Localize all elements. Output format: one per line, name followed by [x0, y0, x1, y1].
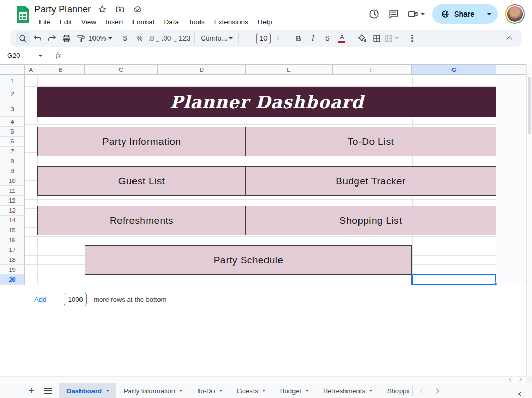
tab-guests[interactable]: Guests — [230, 383, 273, 398]
row-header[interactable]: 6 — [0, 137, 25, 147]
format-percent-button[interactable]: % — [132, 32, 147, 45]
vertical-scrollbar-thumb[interactable] — [528, 77, 531, 134]
tab-party-information[interactable]: Party Information — [116, 383, 190, 398]
menu-help[interactable]: Help — [253, 17, 277, 27]
row-header[interactable]: 15 — [0, 225, 25, 235]
column-header-e[interactable]: E — [246, 65, 332, 74]
column-header-b[interactable]: B — [37, 65, 85, 74]
share-dropdown[interactable] — [481, 4, 498, 24]
add-rows-button[interactable]: Add — [34, 296, 46, 303]
tab-caret-icon[interactable] — [106, 390, 109, 392]
increase-font-size-button[interactable]: + — [271, 32, 285, 45]
redo-button[interactable] — [45, 32, 59, 45]
tab-caret-icon[interactable] — [369, 390, 373, 392]
column-header-c[interactable]: C — [85, 65, 158, 74]
more-toolbar-button[interactable] — [405, 32, 419, 45]
tab-refreshments[interactable]: Refreshments — [316, 383, 380, 398]
scroll-right-icon[interactable] — [517, 378, 522, 382]
row-header[interactable]: 7 — [0, 147, 25, 156]
row-header[interactable]: 1 — [0, 75, 25, 87]
row-header[interactable]: 10 — [0, 176, 25, 186]
add-sheet-button[interactable]: + — [25, 385, 37, 396]
menu-data[interactable]: Data — [159, 17, 184, 27]
tab-dashboard[interactable]: Dashboard — [59, 383, 116, 398]
tile-budget-tracker[interactable]: Budget Tracker — [245, 166, 496, 196]
print-button[interactable] — [59, 32, 74, 45]
scroll-left-icon[interactable] — [509, 378, 513, 382]
dashboard-banner[interactable]: Planner Dashboard — [37, 87, 496, 117]
tile-refreshments[interactable]: Refreshments — [37, 206, 246, 235]
borders-button[interactable] — [369, 32, 384, 45]
menu-view[interactable]: View — [76, 17, 101, 27]
row-header[interactable]: 19 — [0, 265, 25, 275]
all-sheets-button[interactable] — [44, 388, 52, 393]
column-header-g[interactable]: G — [412, 65, 496, 74]
row-header[interactable]: 17 — [0, 245, 25, 255]
italic-button[interactable]: I — [305, 32, 320, 45]
meet-call-button[interactable] — [407, 8, 425, 20]
row-header[interactable]: 11 — [0, 186, 25, 196]
tabs-scroll-right-button[interactable] — [430, 389, 444, 393]
meet-caret-icon[interactable] — [421, 13, 425, 15]
increase-decimal-button[interactable]: .00→ — [162, 32, 178, 45]
horizontal-scrollbar[interactable] — [0, 376, 526, 383]
tile-guest-list[interactable]: Guest List — [37, 166, 246, 196]
document-title[interactable]: Party Planner — [34, 4, 91, 15]
tab-caret-icon[interactable] — [262, 390, 265, 392]
merge-cells-button[interactable] — [384, 32, 399, 45]
move-to-folder-icon[interactable] — [114, 3, 126, 16]
tabs-scroll-left-button[interactable] — [416, 389, 430, 393]
tile-party-information[interactable]: Party Information — [37, 127, 246, 156]
row-header[interactable]: 16 — [0, 235, 25, 245]
tab-caret-icon[interactable] — [305, 390, 309, 392]
tab-shopping[interactable]: Shoppin — [380, 383, 409, 398]
row-header[interactable]: 2 — [0, 87, 25, 101]
row-header[interactable]: 5 — [0, 127, 25, 137]
comments-icon[interactable] — [388, 8, 400, 20]
tile-shopping-list[interactable]: Shopping List — [245, 206, 496, 235]
menu-tools[interactable]: Tools — [183, 17, 209, 27]
tile-party-schedule[interactable]: Party Schedule — [85, 245, 412, 275]
row-header[interactable]: 18 — [0, 255, 25, 265]
fill-color-button[interactable] — [355, 32, 369, 45]
column-header-d[interactable]: D — [158, 65, 246, 74]
selected-cell-g20[interactable] — [411, 274, 496, 285]
font-size-input[interactable] — [256, 33, 271, 44]
menu-extensions[interactable]: Extensions — [209, 17, 253, 27]
menu-file[interactable]: File — [34, 17, 55, 27]
paint-format-button[interactable] — [74, 32, 88, 45]
version-history-icon[interactable] — [368, 8, 380, 20]
tab-caret-icon[interactable] — [219, 390, 222, 392]
text-color-button[interactable]: A — [335, 32, 349, 45]
tab-budget[interactable]: Budget — [273, 383, 316, 398]
hide-menus-button[interactable] — [502, 32, 516, 45]
menu-insert[interactable]: Insert — [101, 17, 128, 27]
share-button[interactable]: Share — [432, 4, 498, 24]
font-family-select[interactable]: Comfo... — [197, 32, 236, 45]
tab-to-do[interactable]: To-Do — [190, 383, 230, 398]
zoom-select[interactable]: 100% — [88, 32, 112, 45]
row-header[interactable]: 4 — [0, 117, 25, 127]
star-icon[interactable] — [96, 3, 109, 16]
row-header[interactable]: 13 — [0, 206, 25, 216]
decrease-font-size-button[interactable]: − — [242, 32, 256, 45]
row-header[interactable]: 12 — [0, 196, 25, 206]
more-formats-button[interactable]: 123 — [177, 32, 192, 45]
select-all-corner[interactable] — [0, 65, 25, 74]
name-box[interactable]: G20 — [0, 51, 48, 59]
vertical-scrollbar[interactable] — [526, 64, 532, 383]
tile-to-do-list[interactable]: To-Do List — [245, 127, 496, 156]
tab-caret-icon[interactable] — [179, 390, 182, 392]
row-header[interactable]: 14 — [0, 216, 25, 225]
menu-format[interactable]: Format — [128, 17, 159, 27]
row-header[interactable]: 9 — [0, 166, 25, 176]
sheets-logo[interactable] — [16, 5, 30, 24]
strikethrough-button[interactable]: S — [320, 32, 335, 45]
add-rows-count-input[interactable] — [64, 293, 87, 306]
row-header[interactable]: 8 — [0, 156, 25, 166]
row-header-selected[interactable]: 20 — [0, 275, 25, 285]
search-menus-button[interactable] — [16, 32, 30, 45]
undo-button[interactable] — [30, 32, 45, 45]
menu-edit[interactable]: Edit — [55, 17, 76, 27]
cloud-saved-icon[interactable] — [131, 3, 144, 16]
